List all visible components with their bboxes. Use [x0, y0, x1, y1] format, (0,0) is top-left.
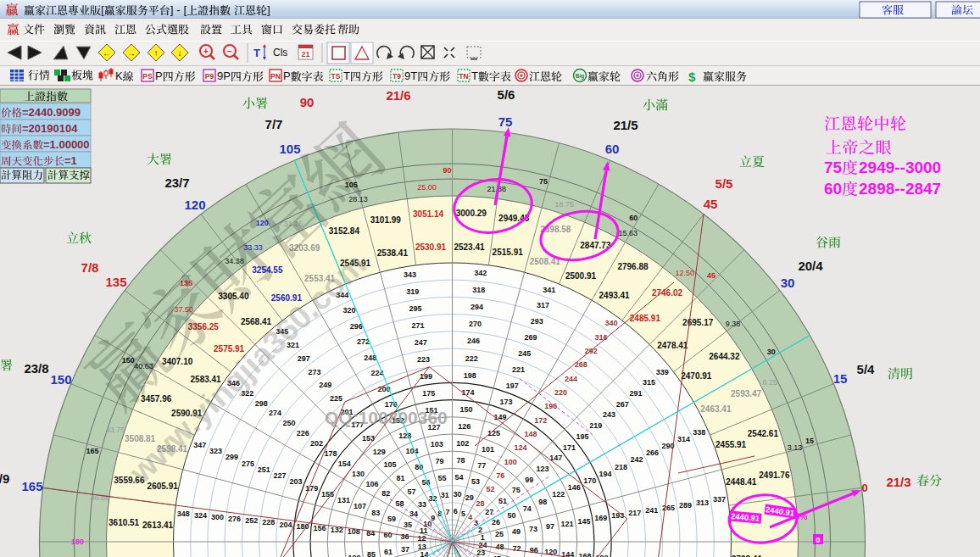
svg-text:75: 75 [824, 159, 843, 176]
svg-text:5/4: 5/4 [857, 362, 876, 376]
svg-text:150: 150 [50, 372, 71, 387]
svg-text:PS: PS [142, 72, 153, 81]
svg-text:202: 202 [310, 439, 323, 448]
svg-text:144: 144 [561, 550, 574, 557]
svg-text:74: 74 [523, 504, 532, 513]
svg-text:2523.41: 2523.41 [454, 242, 485, 252]
svg-text:203: 203 [289, 477, 302, 486]
svg-text:178: 178 [324, 449, 337, 458]
svg-text:] - [: ] - [ [170, 3, 187, 16]
svg-text:343: 343 [404, 270, 416, 279]
svg-text:107: 107 [354, 502, 366, 510]
svg-text:103: 103 [431, 440, 443, 448]
svg-text:145: 145 [577, 517, 590, 526]
svg-text:250: 250 [282, 419, 295, 427]
svg-text:15: 15 [833, 371, 848, 386]
svg-text:61: 61 [384, 548, 393, 556]
svg-text:P9: P9 [205, 72, 214, 81]
svg-text:174: 174 [462, 388, 475, 397]
svg-text:226: 226 [297, 429, 309, 437]
svg-text:82: 82 [381, 489, 390, 498]
svg-text:172: 172 [534, 416, 547, 425]
svg-text:298: 298 [255, 399, 268, 408]
svg-text:315: 315 [643, 378, 655, 387]
svg-text:106: 106 [365, 480, 378, 488]
svg-text:2793.41: 2793.41 [732, 554, 763, 557]
svg-text:223: 223 [417, 355, 430, 364]
svg-text:80: 80 [415, 463, 423, 471]
svg-text:2470.91: 2470.91 [681, 371, 712, 381]
svg-text:3051.14: 3051.14 [413, 209, 444, 219]
svg-text:272: 272 [357, 337, 370, 346]
svg-text:179: 179 [305, 484, 318, 493]
svg-text:48: 48 [495, 543, 504, 551]
svg-text:60: 60 [605, 142, 620, 156]
svg-text:7: 7 [445, 508, 449, 516]
svg-text:5/5: 5/5 [716, 176, 733, 191]
svg-text:101: 101 [482, 445, 494, 454]
svg-text:23/8: 23/8 [24, 361, 48, 376]
svg-text:30: 30 [453, 490, 461, 499]
svg-text:Big: Big [576, 73, 585, 80]
svg-text:59: 59 [387, 515, 396, 523]
svg-text:275: 275 [242, 460, 254, 468]
svg-text:81: 81 [397, 474, 405, 482]
svg-text:219: 219 [589, 421, 602, 430]
svg-text:QQ:100800360: QQ:100800360 [325, 408, 448, 427]
svg-text:43.75: 43.75 [106, 426, 125, 434]
svg-text:318: 318 [472, 286, 485, 294]
svg-text:T: T [343, 70, 350, 82]
svg-text:314: 314 [677, 435, 690, 443]
svg-text:↑: ↑ [154, 48, 159, 58]
svg-text:129: 129 [373, 448, 386, 456]
svg-text:2530.91: 2530.91 [415, 242, 447, 252]
svg-text:267: 267 [616, 400, 629, 409]
svg-text:289: 289 [679, 501, 692, 510]
svg-text:=1: =1 [64, 154, 77, 167]
svg-text:55: 55 [437, 474, 446, 482]
svg-text:28.13: 28.13 [348, 195, 368, 203]
svg-text:26: 26 [492, 518, 500, 526]
svg-text:316: 316 [595, 333, 608, 342]
svg-text:9.38: 9.38 [726, 320, 741, 328]
svg-text:317: 317 [537, 301, 549, 309]
svg-text:300: 300 [211, 513, 224, 521]
svg-text:227: 227 [274, 471, 287, 480]
svg-text:341: 341 [543, 286, 555, 294]
svg-text:242: 242 [630, 455, 643, 464]
svg-text:36: 36 [400, 532, 409, 541]
svg-text:28: 28 [476, 499, 485, 508]
svg-text:77: 77 [477, 461, 486, 470]
svg-text:324: 324 [194, 511, 207, 520]
svg-text:2455.91: 2455.91 [716, 440, 747, 449]
svg-text:319: 319 [406, 287, 419, 296]
svg-text:131: 131 [337, 496, 350, 504]
svg-text:268: 268 [575, 360, 587, 369]
svg-text:73: 73 [529, 525, 537, 533]
svg-text:3: 3 [474, 519, 478, 527]
svg-text:TN: TN [459, 72, 468, 81]
svg-text:313: 313 [696, 499, 709, 507]
svg-text:2538.41: 2538.41 [377, 248, 409, 258]
svg-text:45: 45 [704, 197, 718, 211]
svg-text:3457.96: 3457.96 [141, 394, 172, 404]
svg-text:9P: 9P [217, 70, 231, 82]
svg-text:7/7: 7/7 [265, 117, 283, 131]
svg-text:165: 165 [86, 447, 98, 455]
svg-text:173: 173 [500, 398, 513, 406]
svg-text:266: 266 [646, 448, 659, 457]
svg-text:54: 54 [454, 473, 463, 482]
svg-text:78: 78 [457, 456, 465, 465]
svg-text:0: 0 [816, 535, 820, 544]
svg-text:2448.41: 2448.41 [726, 477, 757, 487]
svg-text:52: 52 [486, 485, 494, 493]
svg-text:50: 50 [507, 511, 515, 520]
svg-text:193: 193 [611, 511, 624, 520]
svg-text:/9: /9 [0, 471, 9, 486]
svg-text:−: − [227, 47, 232, 56]
svg-text:7/8: 7/8 [81, 260, 99, 275]
svg-text:153: 153 [362, 434, 375, 443]
svg-text:6: 6 [454, 507, 458, 515]
svg-text:20/4: 20/4 [798, 259, 823, 273]
svg-text:348: 348 [177, 510, 190, 518]
